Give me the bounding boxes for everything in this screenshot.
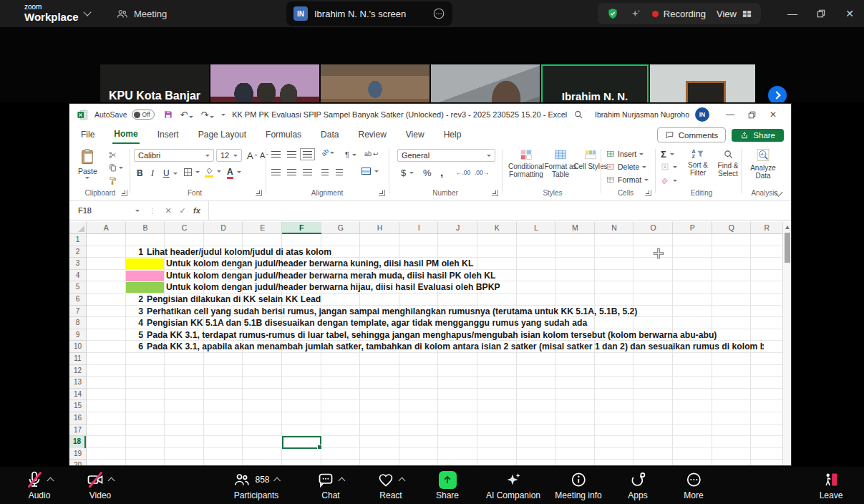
clear-icon[interactable]: [661, 176, 677, 185]
excel-close-button[interactable]: ✕: [762, 104, 784, 125]
video-button[interactable]: Video: [87, 470, 114, 500]
window-restore-button[interactable]: [807, 0, 835, 27]
italic-icon[interactable]: I: [151, 168, 154, 179]
analyze-data-button[interactable]: Analyze Data: [747, 148, 780, 180]
tab-home[interactable]: Home: [112, 126, 139, 144]
cancel-entry-icon[interactable]: ✕: [161, 206, 175, 215]
column-header-n[interactable]: N: [595, 222, 634, 234]
merge-center-icon[interactable]: [361, 168, 379, 175]
confirm-entry-icon[interactable]: ✓: [175, 206, 190, 215]
tab-file[interactable]: File: [79, 127, 96, 143]
fill-down-icon[interactable]: [661, 163, 677, 171]
redo-icon[interactable]: ↷: [200, 110, 214, 120]
window-close-button[interactable]: ✕: [835, 0, 864, 27]
autosum-icon[interactable]: Σ: [661, 149, 674, 160]
row-header-16[interactable]: 16: [69, 412, 86, 425]
align-right-icon[interactable]: [303, 169, 312, 175]
comma-style-icon[interactable]: ,: [440, 166, 443, 178]
format-painter-icon[interactable]: [108, 176, 117, 185]
window-minimize-button[interactable]: —: [778, 0, 807, 27]
audio-button[interactable]: Audio: [26, 470, 53, 500]
chat-options-icon[interactable]: [339, 478, 346, 485]
view-button[interactable]: View: [717, 9, 752, 19]
participants-button[interactable]: 858 Participants: [233, 470, 279, 500]
font-dialog-launcher[interactable]: [256, 190, 262, 196]
clipboard-dialog-launcher[interactable]: [121, 190, 127, 196]
tab-data[interactable]: Data: [319, 127, 340, 143]
accounting-format-icon[interactable]: $: [401, 168, 414, 178]
number-dialog-launcher[interactable]: [492, 190, 498, 196]
workspace-chevron-down-icon[interactable]: [83, 8, 91, 16]
react-button[interactable]: React: [377, 470, 404, 500]
align-bottom-icon[interactable]: [303, 151, 312, 158]
row-header-12[interactable]: 12: [69, 365, 86, 377]
paste-button[interactable]: Paste: [78, 148, 97, 179]
undo-icon[interactable]: ↶: [180, 110, 194, 120]
column-header-a[interactable]: A: [87, 222, 126, 234]
active-cell-f18[interactable]: [282, 436, 321, 449]
column-header-m[interactable]: M: [555, 222, 595, 234]
ai-companion-button[interactable]: AI Companion: [486, 470, 540, 500]
tab-shared-screen[interactable]: IN Ibrahim N. N.'s screen: [286, 1, 452, 26]
ai-sparkle-icon[interactable]: [630, 8, 641, 19]
align-center-icon[interactable]: [287, 169, 296, 175]
insert-function-icon[interactable]: fx: [190, 206, 204, 215]
excel-minimize-button[interactable]: —: [719, 104, 741, 125]
font-name-combo[interactable]: Calibri: [134, 149, 214, 162]
row-header-20[interactable]: 20: [69, 460, 86, 465]
tab-options-icon[interactable]: [432, 7, 445, 20]
increase-decimal-icon[interactable]: ←.00: [456, 169, 470, 176]
number-format-combo[interactable]: General: [397, 149, 495, 162]
borders-icon[interactable]: [184, 168, 200, 176]
column-header-l[interactable]: L: [517, 222, 556, 234]
column-header-p[interactable]: P: [673, 222, 712, 234]
select-all-corner[interactable]: [69, 222, 87, 234]
scroll-up-icon[interactable]: [785, 226, 790, 229]
formula-input[interactable]: [208, 201, 791, 220]
text-direction-icon[interactable]: ¶: [345, 150, 356, 159]
account-area[interactable]: Ibrahim Nurjasman Nugroho IN: [595, 107, 709, 122]
audio-options-icon[interactable]: [47, 478, 54, 485]
copy-icon[interactable]: [108, 163, 123, 173]
row-header-18-selected[interactable]: 18: [69, 436, 86, 448]
column-header-g[interactable]: G: [321, 222, 361, 234]
more-button[interactable]: More: [684, 470, 703, 500]
tab-insert[interactable]: Insert: [156, 127, 180, 143]
decrease-decimal-icon[interactable]: .00→: [475, 169, 489, 176]
scrollbar-thumb[interactable]: [785, 233, 790, 263]
increase-indent-icon[interactable]: [336, 169, 343, 175]
fill-color-icon[interactable]: [205, 167, 221, 175]
vertical-scrollbar[interactable]: [782, 222, 791, 465]
column-header-c[interactable]: C: [165, 222, 204, 234]
row-header-19[interactable]: 19: [69, 448, 86, 460]
column-header-e[interactable]: E: [243, 222, 282, 234]
column-header-i[interactable]: I: [399, 222, 439, 234]
react-options-icon[interactable]: [399, 478, 406, 485]
row-header-13[interactable]: 13: [69, 377, 86, 389]
decrease-indent-icon[interactable]: [321, 169, 329, 175]
name-box[interactable]: F18: [73, 203, 145, 218]
column-header-q[interactable]: Q: [712, 222, 752, 234]
column-header-j[interactable]: J: [438, 222, 477, 234]
alignment-dialog-launcher[interactable]: [379, 190, 385, 196]
column-header-o[interactable]: O: [634, 222, 673, 234]
orientation-icon[interactable]: ab: [321, 149, 334, 156]
column-header-f-selected[interactable]: F: [282, 222, 321, 234]
align-left-icon[interactable]: [271, 169, 281, 175]
participants-options-icon[interactable]: [273, 478, 281, 485]
row-header-14[interactable]: 14: [69, 389, 86, 401]
cells-dialog-launcher[interactable]: [645, 190, 651, 196]
save-icon[interactable]: [163, 110, 173, 120]
cut-icon[interactable]: [108, 150, 117, 160]
meeting-info-button[interactable]: Meeting info: [555, 470, 601, 500]
share-screen-button[interactable]: Share: [436, 470, 459, 500]
increase-font-icon[interactable]: A^: [247, 150, 257, 161]
column-header-r[interactable]: R: [751, 222, 782, 234]
row-header-17[interactable]: 17: [69, 425, 86, 437]
bold-icon[interactable]: B: [137, 168, 143, 178]
column-header-d[interactable]: D: [204, 222, 243, 234]
video-options-icon[interactable]: [108, 478, 115, 485]
comments-button[interactable]: Comments: [657, 127, 727, 142]
row-header-1[interactable]: 1: [69, 234, 86, 246]
tab-page-layout[interactable]: Page Layout: [197, 127, 248, 143]
